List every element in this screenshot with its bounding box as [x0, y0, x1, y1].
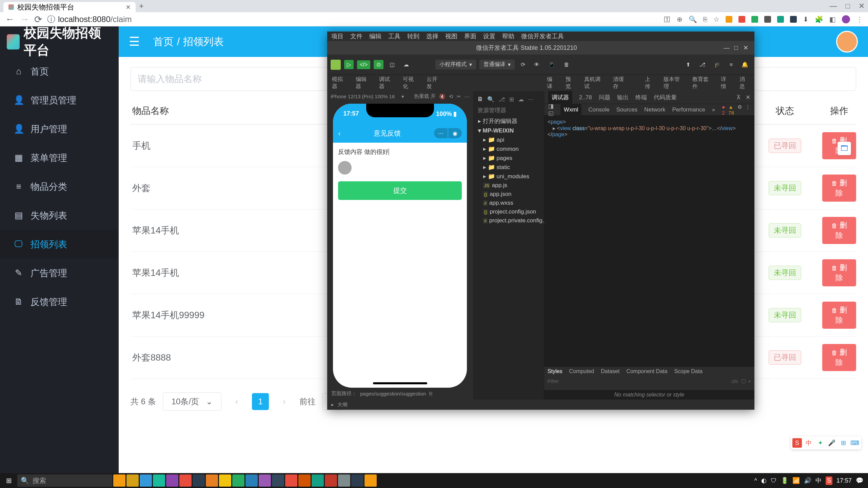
open-editors-folder[interactable]: 打开的编辑器: [483, 118, 517, 124]
taskbar-app-icon[interactable]: [325, 474, 337, 487]
cloud-icon[interactable]: ☁: [518, 96, 524, 103]
cls-toggle[interactable]: .cls: [730, 378, 738, 384]
device-select[interactable]: iPhone 12/13 (Pro) 100% 16: [331, 94, 395, 99]
window-minimize-icon[interactable]: —: [830, 2, 837, 11]
taskbar-search[interactable]: 🔍 搜索: [17, 474, 112, 487]
inspector-tab[interactable]: 代码质量: [654, 94, 677, 101]
extension-icon[interactable]: [764, 16, 771, 23]
sidebar-item[interactable]: ✎广告管理: [0, 259, 119, 287]
upload-image-button[interactable]: [338, 161, 352, 175]
sim-more-icon[interactable]: ⋯: [465, 94, 470, 100]
styles-tab[interactable]: Styles: [548, 368, 563, 374]
more-icon[interactable]: ⋮: [745, 104, 750, 116]
folder-item[interactable]: ▸ 📁pages: [475, 154, 542, 163]
inspector-tab[interactable]: 2..78: [579, 94, 592, 101]
window-maximize-icon[interactable]: □: [846, 2, 850, 11]
delete-button[interactable]: 删除: [822, 217, 856, 244]
sim-mute-icon[interactable]: 🔇: [439, 94, 446, 100]
browser-tab[interactable]: 校园失物招领平台 ×: [3, 2, 136, 12]
taskbar-app-icon[interactable]: [364, 474, 377, 487]
folder-item[interactable]: ▸ 📁common: [475, 144, 542, 154]
panel-toggle-icon[interactable]: ⊼: [736, 94, 741, 101]
menubar-item[interactable]: 设置: [483, 32, 495, 40]
forward-button[interactable]: →: [20, 14, 29, 25]
devtool-tab[interactable]: Network: [644, 106, 665, 113]
styles-tab[interactable]: Component Data: [626, 368, 667, 374]
new-style-icon[interactable]: ▢: [741, 378, 746, 384]
inspector-tab[interactable]: 问题: [599, 94, 610, 101]
tray-clock[interactable]: 17:57: [836, 477, 852, 484]
extension-icon[interactable]: [738, 16, 745, 23]
menubar-item[interactable]: 视图: [445, 32, 457, 40]
key-icon[interactable]: ⚿: [664, 16, 671, 23]
preview-button[interactable]: 👁: [531, 60, 542, 69]
upload-button[interactable]: ⬆: [683, 60, 693, 69]
styles-tab[interactable]: Dataset: [601, 368, 619, 374]
extension-icon[interactable]: [777, 16, 784, 23]
devtool-tab[interactable]: Console: [588, 106, 609, 113]
styles-filter-input[interactable]: Filter: [548, 378, 730, 384]
menubar-item[interactable]: 文件: [350, 32, 362, 40]
file-item[interactable]: {} app.json: [475, 190, 542, 199]
styles-tab[interactable]: Computed: [569, 368, 594, 374]
styles-tab[interactable]: Scope Data: [674, 368, 703, 374]
page-number-button[interactable]: 1: [252, 393, 269, 410]
add-style-icon[interactable]: +: [748, 378, 751, 384]
taskbar-app-icon[interactable]: [113, 474, 125, 487]
taskbar-app-icon[interactable]: [259, 474, 271, 487]
taskbar-app-icon[interactable]: [140, 474, 152, 487]
tray-icon[interactable]: 📶: [792, 477, 800, 484]
sim-cut-icon[interactable]: ✂: [457, 94, 461, 100]
tray-icon[interactable]: 🛡: [771, 477, 777, 484]
windows-taskbar[interactable]: ⊞ 🔍 搜索 ^ ◐ 🛡 🔋 📶 🔊 中 S 17:57 💬: [0, 473, 868, 488]
tray-icon[interactable]: 🔊: [804, 477, 811, 484]
taskbar-app-icon[interactable]: [351, 474, 363, 487]
inspector-tab[interactable]: 输出: [617, 94, 629, 101]
outline-panel[interactable]: 大纲: [337, 402, 348, 408]
next-page-button[interactable]: ›: [276, 393, 293, 410]
inspector-tab[interactable]: 调试器: [548, 91, 572, 104]
file-item[interactable]: # app.wxss: [475, 199, 542, 207]
editor-button[interactable]: </>: [357, 60, 370, 69]
menubar-item[interactable]: 转到: [407, 32, 419, 40]
messages-button[interactable]: 🔔: [739, 60, 751, 69]
sidebar-item[interactable]: 👤用户管理: [0, 115, 119, 143]
wxml-code-view[interactable]: <page> ▸ <view class="u-wrap u-wrap u-p-…: [544, 116, 754, 366]
capsule-close-icon[interactable]: ◉: [448, 128, 462, 138]
devtools-menubar[interactable]: 项目文件编辑工具转到选择视图界面设置帮助微信开发者工具: [327, 32, 754, 41]
taskbar-app-icon[interactable]: [232, 474, 244, 487]
sidebar-item[interactable]: ≡物品分类: [0, 172, 119, 201]
tray-notification-icon[interactable]: 💬: [856, 477, 863, 484]
inspect-toggle-icon[interactable]: ◨ ◱: [548, 103, 554, 117]
delete-button[interactable]: 删除: [822, 302, 856, 329]
file-explorer-icon[interactable]: 🗎: [477, 96, 483, 103]
reload-button[interactable]: ⟳: [34, 14, 42, 25]
clear-cache-button[interactable]: 🗑: [561, 60, 572, 69]
taskbar-app-icon[interactable]: [179, 474, 192, 487]
compile-select[interactable]: 普通编译▾: [479, 60, 515, 69]
devtool-tab[interactable]: Wxml: [560, 104, 581, 116]
send-tab-icon[interactable]: ⎘: [703, 16, 707, 23]
menubar-item[interactable]: 工具: [388, 32, 400, 40]
close-icon[interactable]: ✕: [741, 44, 750, 52]
tray-icon[interactable]: 🔋: [781, 477, 788, 484]
taskbar-app-icon[interactable]: [272, 474, 284, 487]
taskbar-app-icon[interactable]: [219, 474, 231, 487]
devtool-tab[interactable]: Sources: [616, 106, 637, 113]
extension-icon[interactable]: [790, 16, 797, 23]
taskbar-app-icon[interactable]: [126, 474, 139, 487]
profile-avatar[interactable]: [842, 15, 850, 23]
compile-button[interactable]: ⟳: [518, 60, 528, 69]
folder-item[interactable]: ▸ 📁uni_modules: [475, 172, 542, 181]
copy-icon[interactable]: ⎘: [429, 391, 432, 396]
sim-rotate-icon[interactable]: ⟲: [449, 94, 453, 100]
remote-debug-button[interactable]: 📱: [546, 60, 558, 69]
taskbar-app-icon[interactable]: [298, 474, 311, 487]
panel-close-icon[interactable]: ✕: [746, 94, 750, 101]
site-info-icon[interactable]: ⓘ: [47, 14, 55, 25]
download-icon[interactable]: ⬇: [803, 15, 809, 23]
git-icon[interactable]: ⎇: [498, 96, 505, 103]
address-bar[interactable]: ⓘ localhost:8080/claim: [47, 14, 659, 25]
folder-item[interactable]: ▸ 📁static: [475, 163, 542, 172]
delete-button[interactable]: 删除: [822, 259, 856, 286]
